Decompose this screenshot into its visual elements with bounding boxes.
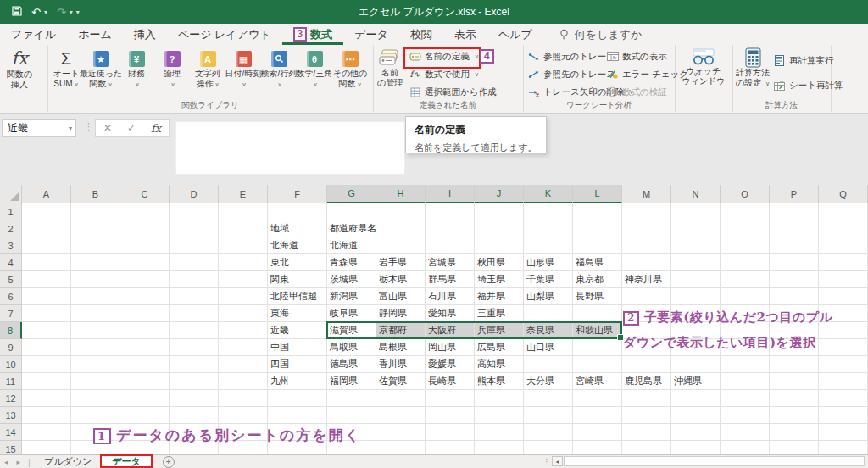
- more-functions-button[interactable]: ⋯その他の関数∨: [332, 47, 368, 90]
- row-header-1[interactable]: 1: [0, 203, 22, 220]
- cell-O6[interactable]: [721, 288, 770, 305]
- cell-A8[interactable]: [22, 322, 71, 339]
- cell-P12[interactable]: [770, 390, 819, 407]
- cell-L7[interactable]: [573, 305, 622, 322]
- cell-E10[interactable]: [219, 356, 268, 373]
- col-header-C[interactable]: C: [120, 185, 170, 203]
- autosum-button[interactable]: ΣオートSUM∨: [49, 47, 83, 90]
- col-header-O[interactable]: O: [721, 185, 770, 203]
- cell-N11[interactable]: 沖縄県: [671, 373, 721, 390]
- calculation-options-button[interactable]: 計算方法 の設定 ∨: [736, 47, 770, 89]
- cell-I9[interactable]: 岡山県: [426, 339, 475, 356]
- cell-J15[interactable]: [475, 441, 524, 454]
- cell-D2[interactable]: [170, 220, 219, 237]
- cell-N1[interactable]: [671, 203, 721, 220]
- row-header-9[interactable]: 9: [0, 339, 22, 356]
- cell-D12[interactable]: [170, 390, 219, 407]
- cell-A1[interactable]: [22, 203, 71, 220]
- cell-K13[interactable]: [524, 407, 573, 424]
- cell-L15[interactable]: [573, 441, 622, 454]
- cell-H6[interactable]: 富山県: [376, 288, 426, 305]
- cell-G2[interactable]: 都道府県名: [327, 220, 376, 237]
- cell-I5[interactable]: 群馬県: [426, 271, 475, 288]
- cell-H7[interactable]: 静岡県: [376, 305, 426, 322]
- cell-D1[interactable]: [170, 203, 219, 220]
- logical-button[interactable]: ?論理∨: [154, 47, 190, 90]
- cell-O15[interactable]: [721, 441, 770, 454]
- calculate-now-button[interactable]: 再計算実行: [773, 52, 843, 70]
- cell-Q13[interactable]: [819, 407, 868, 424]
- tab-formulas[interactable]: 3数式: [282, 24, 344, 45]
- cell-I6[interactable]: 石川県: [426, 288, 475, 305]
- cell-B3[interactable]: [71, 237, 120, 254]
- col-header-J[interactable]: J: [475, 185, 524, 203]
- cell-J2[interactable]: [475, 220, 524, 237]
- row-header-6[interactable]: 6: [0, 288, 22, 305]
- cell-M6[interactable]: [622, 288, 671, 305]
- cell-J13[interactable]: [475, 407, 524, 424]
- sheet-nav-right-icon[interactable]: ▸: [13, 458, 25, 466]
- cell-K14[interactable]: [524, 424, 573, 441]
- tab-insert[interactable]: 挿入: [123, 24, 167, 45]
- cell-G4[interactable]: 青森県: [327, 254, 376, 271]
- cell-N2[interactable]: [671, 220, 721, 237]
- cell-C3[interactable]: [120, 237, 170, 254]
- col-header-N[interactable]: N: [671, 185, 721, 203]
- cell-C2[interactable]: [120, 220, 170, 237]
- cell-H11[interactable]: 佐賀県: [376, 373, 426, 390]
- cell-F11[interactable]: 九州: [268, 373, 327, 390]
- sheet-nav-left-icon[interactable]: ◂: [0, 458, 13, 466]
- col-header-M[interactable]: M: [622, 185, 671, 203]
- cell-F6[interactable]: 北陸甲信越: [268, 288, 327, 305]
- cell-B2[interactable]: [71, 220, 120, 237]
- cell-L12[interactable]: [573, 390, 622, 407]
- cell-E5[interactable]: [219, 271, 268, 288]
- cell-N3[interactable]: [671, 237, 721, 254]
- cell-L9[interactable]: [573, 339, 622, 356]
- cell-H8[interactable]: 京都府: [376, 322, 426, 339]
- cell-Q11[interactable]: [819, 373, 868, 390]
- sheet-tab-data[interactable]: データ: [102, 455, 151, 468]
- cell-I13[interactable]: [426, 407, 475, 424]
- cell-M10[interactable]: [622, 356, 671, 373]
- cell-D4[interactable]: [170, 254, 219, 271]
- cell-A5[interactable]: [22, 271, 71, 288]
- cell-E1[interactable]: [219, 203, 268, 220]
- math-trig-button[interactable]: θ数学/三角∨: [297, 47, 332, 90]
- cell-C6[interactable]: [120, 288, 170, 305]
- cell-J6[interactable]: 福井県: [475, 288, 524, 305]
- cell-A13[interactable]: [22, 407, 71, 424]
- cell-E2[interactable]: [219, 220, 268, 237]
- cell-D9[interactable]: [170, 339, 219, 356]
- cell-C13[interactable]: [120, 407, 170, 424]
- cell-M15[interactable]: [622, 441, 671, 454]
- cell-I2[interactable]: [426, 220, 475, 237]
- cell-L3[interactable]: [573, 237, 622, 254]
- cell-D5[interactable]: [170, 271, 219, 288]
- cell-M4[interactable]: [622, 254, 671, 271]
- cell-G13[interactable]: [327, 407, 376, 424]
- cell-C11[interactable]: [120, 373, 170, 390]
- cell-D13[interactable]: [170, 407, 219, 424]
- cell-C7[interactable]: [120, 305, 170, 322]
- enter-icon[interactable]: ✓: [127, 122, 136, 134]
- cell-G10[interactable]: 徳島県: [327, 356, 376, 373]
- cell-L5[interactable]: 東京都: [573, 271, 622, 288]
- cell-K3[interactable]: [524, 237, 573, 254]
- cell-B5[interactable]: [71, 271, 120, 288]
- cell-I3[interactable]: [426, 237, 475, 254]
- cell-G6[interactable]: 新潟県: [327, 288, 376, 305]
- row-header-8[interactable]: 8: [0, 322, 22, 339]
- sheet-tab-pulldown[interactable]: プルダウン: [34, 455, 102, 468]
- cell-P14[interactable]: [770, 424, 819, 441]
- cell-J3[interactable]: [475, 237, 524, 254]
- cell-D8[interactable]: [170, 322, 219, 339]
- cell-F10[interactable]: 四国: [268, 356, 327, 373]
- row-header-13[interactable]: 13: [0, 407, 22, 424]
- cell-H4[interactable]: 岩手県: [376, 254, 426, 271]
- cell-E4[interactable]: [219, 254, 268, 271]
- cell-D10[interactable]: [170, 356, 219, 373]
- cell-C9[interactable]: [120, 339, 170, 356]
- cell-P4[interactable]: [770, 254, 819, 271]
- add-sheet-button[interactable]: +: [163, 456, 175, 468]
